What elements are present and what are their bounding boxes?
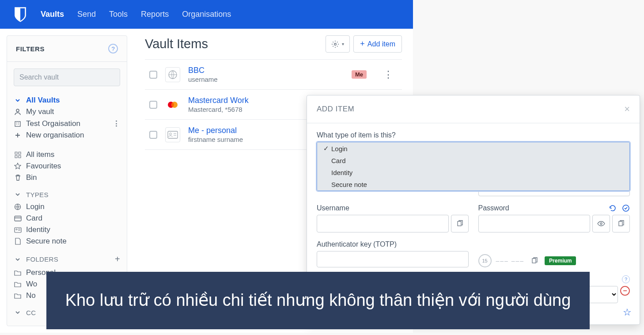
vault-item-row[interactable]: BBC username Me ⋮ bbox=[145, 60, 402, 90]
sidebar-all-items[interactable]: All items bbox=[14, 149, 120, 160]
sidebar-type-login[interactable]: Login bbox=[14, 201, 120, 213]
sidebar-item-label: Test Orgaisation bbox=[26, 119, 80, 128]
check-password-icon[interactable] bbox=[622, 204, 630, 212]
username-input[interactable] bbox=[317, 215, 449, 232]
filters-title: FILTERS bbox=[16, 45, 45, 53]
copy-icon bbox=[456, 220, 463, 227]
check-icon: ✓ bbox=[323, 145, 329, 152]
dialog-title: ADD ITEM bbox=[317, 105, 354, 114]
svg-rect-28 bbox=[619, 221, 622, 226]
svg-rect-11 bbox=[15, 216, 21, 221]
type-option-login[interactable]: ✓Login bbox=[317, 142, 629, 155]
copy-totp-button[interactable] bbox=[529, 255, 540, 266]
add-item-button[interactable]: + Add item bbox=[353, 35, 402, 53]
plus-icon bbox=[14, 131, 22, 139]
sidebar-item-label: All Vaults bbox=[26, 96, 60, 105]
sidebar-type-secure-note[interactable]: Secure note bbox=[14, 236, 120, 247]
sidebar-favourites[interactable]: Favourites bbox=[14, 160, 120, 172]
type-option-identity[interactable]: Identity bbox=[317, 167, 629, 179]
copy-username-button[interactable] bbox=[451, 215, 469, 232]
review-caption: Kho lưu trữ có nhiều chi tiết nhưng khôn… bbox=[46, 272, 590, 329]
svg-rect-8 bbox=[15, 156, 17, 158]
sidebar-bin[interactable]: Bin bbox=[14, 172, 120, 183]
nav-send[interactable]: Send bbox=[77, 10, 96, 19]
types-header[interactable]: TYPES bbox=[14, 188, 120, 201]
remove-uri-button[interactable]: − bbox=[620, 286, 630, 296]
app-logo bbox=[13, 7, 27, 23]
nav-reports[interactable]: Reports bbox=[141, 10, 169, 19]
user-icon bbox=[14, 108, 22, 116]
copy-icon bbox=[617, 220, 625, 227]
type-option-secure-note[interactable]: Secure note bbox=[317, 179, 629, 190]
search-input[interactable] bbox=[14, 69, 120, 86]
sidebar-item-label: All items bbox=[26, 150, 54, 159]
sidebar-new-org[interactable]: New organisation bbox=[14, 129, 120, 141]
row-checkbox[interactable] bbox=[149, 101, 157, 109]
password-input[interactable] bbox=[478, 215, 591, 232]
svg-rect-7 bbox=[19, 152, 21, 154]
page-title: Vault Items bbox=[145, 37, 208, 51]
identity-icon bbox=[14, 226, 22, 234]
sidebar-my-vault[interactable]: My vault bbox=[14, 106, 120, 118]
sidebar-item-label: Login bbox=[26, 202, 45, 211]
item-name[interactable]: BBC bbox=[188, 66, 344, 75]
item-type-select[interactable]: ✓Login Card Identity Secure note bbox=[317, 142, 630, 191]
org-menu-icon[interactable]: ⋮ bbox=[113, 119, 120, 128]
settings-button[interactable]: ▾ bbox=[326, 35, 350, 53]
top-nav: Vaults Send Tools Reports Organisations bbox=[0, 0, 413, 29]
sidebar-all-vaults[interactable]: All Vaults bbox=[14, 95, 120, 106]
nav-organisations[interactable]: Organisations bbox=[182, 10, 231, 19]
close-icon[interactable]: × bbox=[624, 103, 630, 115]
sidebar-item-label: My vault bbox=[26, 107, 54, 116]
type-option-card[interactable]: Card bbox=[317, 155, 629, 167]
note-icon bbox=[14, 237, 22, 245]
sidebar-item-label: Secure note bbox=[26, 237, 67, 246]
plus-icon: + bbox=[360, 39, 365, 49]
nav-tools[interactable]: Tools bbox=[109, 10, 128, 19]
owner-badge: Me bbox=[352, 70, 367, 79]
totp-timer-icon: 15 bbox=[478, 254, 492, 267]
folder-icon bbox=[14, 292, 22, 300]
chevron-down-icon bbox=[14, 255, 22, 263]
row-menu-icon[interactable]: ⋮ bbox=[375, 69, 402, 80]
chevron-down-icon bbox=[14, 190, 22, 198]
totp-code: ––– ––– bbox=[496, 257, 525, 264]
sidebar-type-identity[interactable]: Identity bbox=[14, 224, 120, 236]
sidebar-item-label: Bin bbox=[26, 173, 37, 182]
help-icon[interactable]: ? bbox=[622, 275, 630, 283]
copy-password-button[interactable] bbox=[612, 215, 630, 232]
svg-point-27 bbox=[600, 223, 602, 225]
password-label: Password bbox=[478, 204, 509, 212]
sidebar-item-label: Card bbox=[26, 214, 42, 223]
sidebar-item-label: Identity bbox=[26, 225, 50, 234]
sidebar-test-org[interactable]: Test Orgaisation ⋮ bbox=[14, 118, 120, 129]
add-folder-icon[interactable]: + bbox=[115, 254, 120, 264]
row-checkbox[interactable] bbox=[149, 71, 157, 79]
nav-vaults[interactable]: Vaults bbox=[41, 10, 64, 19]
svg-rect-6 bbox=[15, 152, 17, 154]
row-checkbox[interactable] bbox=[149, 131, 157, 139]
idcard-icon bbox=[165, 127, 180, 142]
chevron-down-icon bbox=[14, 308, 22, 316]
card-icon bbox=[14, 214, 22, 222]
premium-badge: Premium bbox=[545, 256, 576, 265]
totp-input[interactable] bbox=[317, 251, 469, 267]
help-icon[interactable]: ? bbox=[108, 44, 118, 53]
sidebar-type-card[interactable]: Card bbox=[14, 213, 120, 224]
svg-rect-25 bbox=[458, 221, 461, 226]
generate-password-icon[interactable] bbox=[609, 204, 617, 212]
svg-rect-29 bbox=[532, 259, 536, 263]
copy-icon bbox=[531, 257, 538, 264]
svg-rect-9 bbox=[19, 156, 21, 158]
caption-text: Kho lưu trữ có nhiều chi tiết nhưng khôn… bbox=[65, 289, 571, 312]
svg-rect-21 bbox=[168, 131, 178, 138]
svg-point-22 bbox=[170, 133, 172, 135]
globe-icon bbox=[14, 203, 22, 211]
svg-rect-1 bbox=[15, 122, 20, 126]
toggle-password-button[interactable] bbox=[592, 215, 610, 232]
favourite-star-icon[interactable]: ☆ bbox=[623, 307, 632, 318]
gear-icon bbox=[331, 40, 339, 48]
folders-header[interactable]: FOLDERS + bbox=[14, 251, 120, 267]
folder-icon bbox=[14, 280, 22, 288]
item-subtitle: username bbox=[188, 76, 344, 83]
